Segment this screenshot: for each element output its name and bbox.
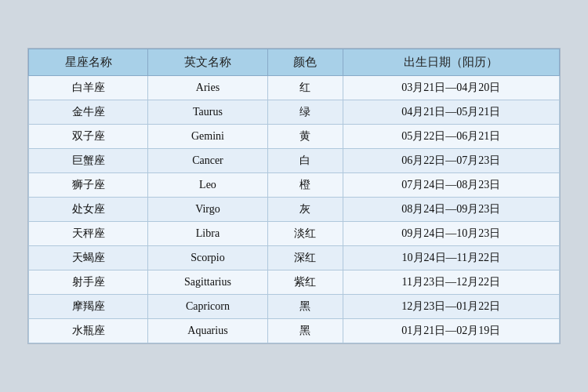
cell-chinese-name: 金牛座	[29, 100, 148, 125]
cell-color: 黑	[267, 319, 343, 343]
cell-color: 红	[267, 76, 343, 100]
table-row: 射手座Sagittarius紫红11月23日—12月22日	[29, 270, 560, 295]
cell-chinese-name: 处女座	[29, 198, 148, 222]
cell-color: 绿	[267, 100, 343, 125]
zodiac-table: 星座名称 英文名称 颜色 出生日期（阳历） 白羊座Aries红03月21日—04…	[28, 49, 560, 343]
table-row: 双子座Gemini黄05月22日—06月21日	[29, 125, 560, 149]
cell-birth-date: 01月21日—02月19日	[343, 319, 559, 343]
cell-english-name: Gemini	[148, 125, 267, 149]
zodiac-table-container: 星座名称 英文名称 颜色 出生日期（阳历） 白羊座Aries红03月21日—04…	[27, 48, 561, 344]
cell-english-name: Aries	[148, 76, 267, 100]
cell-birth-date: 05月22日—06月21日	[343, 125, 559, 149]
cell-chinese-name: 白羊座	[29, 76, 148, 100]
cell-birth-date: 07月24日—08月23日	[343, 173, 559, 198]
cell-chinese-name: 射手座	[29, 270, 148, 295]
cell-color: 黑	[267, 295, 343, 319]
table-row: 金牛座Taurus绿04月21日—05月21日	[29, 100, 560, 125]
cell-chinese-name: 巨蟹座	[29, 149, 148, 173]
cell-color: 白	[267, 149, 343, 173]
table-header-row: 星座名称 英文名称 颜色 出生日期（阳历）	[29, 49, 560, 76]
cell-birth-date: 09月24日—10月23日	[343, 222, 559, 246]
cell-english-name: Taurus	[148, 100, 267, 125]
cell-color: 深红	[267, 246, 343, 270]
cell-english-name: Capricorn	[148, 295, 267, 319]
header-english-name: 英文名称	[148, 49, 267, 76]
cell-chinese-name: 天蝎座	[29, 246, 148, 270]
cell-birth-date: 03月21日—04月20日	[343, 76, 559, 100]
table-body: 白羊座Aries红03月21日—04月20日金牛座Taurus绿04月21日—0…	[29, 76, 560, 343]
cell-english-name: Aquarius	[148, 319, 267, 343]
cell-english-name: Scorpio	[148, 246, 267, 270]
cell-chinese-name: 狮子座	[29, 173, 148, 198]
cell-english-name: Leo	[148, 173, 267, 198]
table-row: 白羊座Aries红03月21日—04月20日	[29, 76, 560, 100]
header-birth-date: 出生日期（阳历）	[343, 49, 559, 76]
cell-birth-date: 08月24日—09月23日	[343, 198, 559, 222]
table-row: 狮子座Leo橙07月24日—08月23日	[29, 173, 560, 198]
cell-chinese-name: 水瓶座	[29, 319, 148, 343]
table-row: 天秤座Libra淡红09月24日—10月23日	[29, 222, 560, 246]
cell-english-name: Cancer	[148, 149, 267, 173]
cell-color: 黄	[267, 125, 343, 149]
cell-birth-date: 12月23日—01月22日	[343, 295, 559, 319]
table-row: 处女座Virgo灰08月24日—09月23日	[29, 198, 560, 222]
cell-english-name: Sagittarius	[148, 270, 267, 295]
cell-chinese-name: 天秤座	[29, 222, 148, 246]
cell-chinese-name: 双子座	[29, 125, 148, 149]
table-row: 摩羯座Capricorn黑12月23日—01月22日	[29, 295, 560, 319]
cell-color: 灰	[267, 198, 343, 222]
cell-color: 橙	[267, 173, 343, 198]
cell-birth-date: 10月24日—11月22日	[343, 246, 559, 270]
cell-birth-date: 11月23日—12月22日	[343, 270, 559, 295]
header-color: 颜色	[267, 49, 343, 76]
cell-birth-date: 04月21日—05月21日	[343, 100, 559, 125]
header-chinese-name: 星座名称	[29, 49, 148, 76]
cell-english-name: Virgo	[148, 198, 267, 222]
cell-birth-date: 06月22日—07月23日	[343, 149, 559, 173]
table-row: 巨蟹座Cancer白06月22日—07月23日	[29, 149, 560, 173]
table-row: 天蝎座Scorpio深红10月24日—11月22日	[29, 246, 560, 270]
cell-english-name: Libra	[148, 222, 267, 246]
cell-color: 紫红	[267, 270, 343, 295]
cell-color: 淡红	[267, 222, 343, 246]
table-row: 水瓶座Aquarius黑01月21日—02月19日	[29, 319, 560, 343]
cell-chinese-name: 摩羯座	[29, 295, 148, 319]
